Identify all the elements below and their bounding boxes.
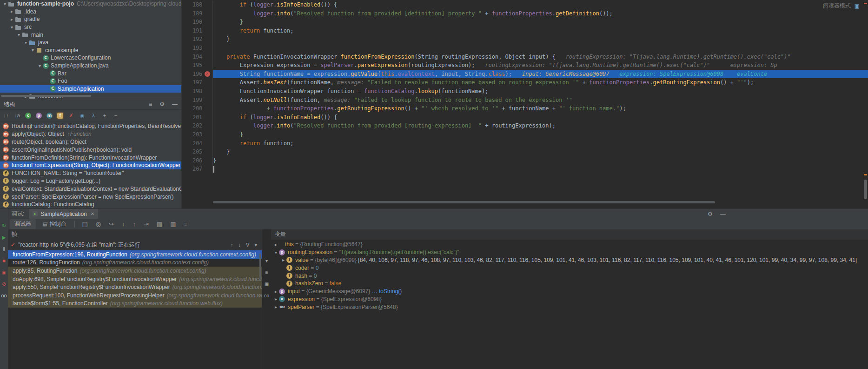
editor-hscrollbar[interactable] xyxy=(213,201,715,203)
code-line-206[interactable]: 206} xyxy=(182,156,868,165)
watch-return-values-icon[interactable]: oo xyxy=(264,293,269,298)
variable-row[interactable]: fhash = 0 xyxy=(271,272,868,280)
structure-item[interactable]: mfunctionFromExpression(String, Object):… xyxy=(0,161,181,169)
view-options-icon[interactable]: ≡ xyxy=(265,270,268,275)
tree-item[interactable]: ▾src xyxy=(0,23,181,31)
code-line-199[interactable]: 199 Assert.notNull(function, message: "F… xyxy=(182,96,868,105)
step-out-icon[interactable]: ↑ xyxy=(129,221,139,228)
variable-row[interactable]: ▸this = {RoutingFunction@5647} xyxy=(271,241,868,248)
code-line-196[interactable]: 196✓ String functionName = expression.ge… xyxy=(182,70,868,79)
structure-item[interactable]: fspelParser: SpelExpressionParser = new … xyxy=(0,193,181,201)
structure-item[interactable]: fFUNCTION_NAME: String = "functionRouter… xyxy=(0,169,181,177)
stack-frame[interactable]: functionFromExpression:196, RoutingFunct… xyxy=(8,250,262,259)
variable-row[interactable]: ▸fvalue = {byte[46]@6099} [84, 40, 106, … xyxy=(271,256,868,264)
show-classes-icon[interactable]: c xyxy=(25,113,31,119)
gutter-201[interactable]: 201 xyxy=(182,113,213,122)
variable-row[interactable]: ▸pinput = {GenericMessage@6097} … toStri… xyxy=(271,288,868,295)
expand-all-icon[interactable]: + xyxy=(101,113,108,118)
tostring-link[interactable]: … toString() xyxy=(372,288,402,295)
show-lambdas-icon[interactable]: λ xyxy=(90,113,97,118)
code-line-193[interactable]: 193 xyxy=(182,44,868,53)
tree-item[interactable]: CFoo xyxy=(0,77,181,85)
tree-chevron[interactable]: ▾ xyxy=(2,1,8,7)
structure-item[interactable]: mfunctionFromDefinition(String): Functio… xyxy=(0,154,181,161)
variable-chevron[interactable]: ▸ xyxy=(280,257,286,262)
tab-debugger[interactable]: 调试器 xyxy=(10,219,36,229)
structure-item[interactable]: mRoutingFunction(FunctionCatalog, Functi… xyxy=(0,122,181,130)
frames-scrollbar[interactable] xyxy=(259,254,261,281)
step-into-icon[interactable]: ↓ xyxy=(119,221,128,228)
hide-icon[interactable]: — xyxy=(720,211,726,217)
editor-error-stripe[interactable] xyxy=(862,0,868,208)
tree-chevron[interactable]: ▾ xyxy=(30,47,36,53)
view-options-icon[interactable]: ≡ xyxy=(149,101,152,107)
gutter-196[interactable]: 196✓ xyxy=(182,70,213,79)
sort-alphabetically-icon[interactable]: ↓a xyxy=(14,113,20,118)
gutter-191[interactable]: 191 xyxy=(182,27,213,35)
code-line-189[interactable]: 189 logger.info("Resolved function from … xyxy=(182,9,868,18)
gutter-200[interactable]: 200 xyxy=(182,104,213,113)
gutter-199[interactable]: 199 xyxy=(182,96,213,105)
tree-item[interactable]: ▸gradle xyxy=(0,15,181,23)
settings-icon[interactable]: ⚙ xyxy=(159,101,165,107)
reader-mode-icon[interactable]: ▣ xyxy=(855,3,860,9)
tree-item[interactable]: ▸.idea xyxy=(0,8,181,16)
gutter-192[interactable]: 192 xyxy=(182,35,213,44)
gutter-189[interactable]: 189 xyxy=(182,9,213,18)
editor-vscrollbar-thumb[interactable] xyxy=(864,180,867,199)
code-line-191[interactable]: 191 return function; xyxy=(182,27,868,35)
threads-icon[interactable]: ≡ xyxy=(180,221,191,228)
code-line-201[interactable]: 201 if (logger.isInfoEnabled()) { xyxy=(182,113,868,122)
show-execution-point-icon[interactable]: ◎ xyxy=(93,221,104,228)
tree-item[interactable]: ▾java xyxy=(0,39,181,47)
tree-chevron[interactable]: ▾ xyxy=(16,32,22,37)
structure-item[interactable]: fevalContext: StandardEvaluationContext … xyxy=(0,185,181,193)
variable-row[interactable]: fhashIsZero = false xyxy=(271,280,868,288)
structure-item[interactable]: ffunctionCatalog: FunctionCatalog xyxy=(0,201,181,208)
show-fields-icon[interactable]: f xyxy=(57,113,63,119)
tree-item[interactable]: ▾com.example xyxy=(0,47,181,54)
gutter-206[interactable]: 206 xyxy=(182,156,213,165)
tab-console[interactable]: ▤ 控制台 xyxy=(38,219,71,229)
debug-session-tab[interactable]: SampleApplication ✕ xyxy=(29,209,98,219)
stack-frame[interactable]: apply:550, SimpleFunctionRegistry$Functi… xyxy=(8,283,262,291)
code-line-202[interactable]: 202 logger.info("Resolved function from … xyxy=(182,121,868,130)
hide-frames-filter-icon[interactable]: ∇ xyxy=(246,242,249,248)
restore-layout-icon[interactable]: ▤ xyxy=(79,221,91,228)
evaluate-expression-icon[interactable]: ▦ xyxy=(153,221,166,228)
show-properties-icon[interactable]: p xyxy=(36,113,42,119)
stack-frame[interactable]: route:126, RoutingFunction(org.springfra… xyxy=(8,259,262,267)
tree-item[interactable]: CSampleApplication xyxy=(0,85,181,93)
tree-item[interactable]: ▾main xyxy=(0,31,181,39)
run-to-cursor-icon[interactable]: ⇥ xyxy=(140,221,152,228)
tree-chevron[interactable]: ▸ xyxy=(9,9,15,14)
gutter-205[interactable]: 205 xyxy=(182,148,213,156)
structure-item[interactable]: mroute(Object, boolean): Object xyxy=(0,138,181,146)
gutter-190[interactable]: 190 xyxy=(182,18,213,27)
stop-icon[interactable]: ■ xyxy=(2,258,6,263)
close-tab-icon[interactable]: ✕ xyxy=(91,211,94,216)
dropdown-icon[interactable]: ▾ xyxy=(254,242,257,248)
structure-item[interactable]: mapply(Object): Object↑Function xyxy=(0,130,181,138)
gutter-204[interactable]: 204 xyxy=(182,139,213,148)
tree-item[interactable]: ▾CSampleApplication.java xyxy=(0,62,181,70)
structure-item[interactable]: flogger: Log = LogFactory.getLog(...) xyxy=(0,177,181,185)
next-frame-icon[interactable]: ↓ xyxy=(239,242,241,248)
project-hscrollbar[interactable] xyxy=(1,95,91,97)
code-line-205[interactable]: 205 } xyxy=(182,148,868,156)
gutter-207[interactable]: 207 xyxy=(182,165,213,174)
view-options-icon[interactable]: ▥ xyxy=(167,221,179,228)
variable-row[interactable]: ▾proutingExpression = "T(java.lang.Runti… xyxy=(271,248,868,256)
show-selected-icon[interactable]: ◉ xyxy=(79,113,86,119)
code-line-194[interactable]: 194 private FunctionInvocationWrapper fu… xyxy=(182,53,868,61)
gutter-198[interactable]: 198 xyxy=(182,87,213,96)
sort-by-visibility-icon[interactable]: ↓↑ xyxy=(3,113,9,118)
collapse-icon[interactable]: ▾ xyxy=(265,258,268,263)
stack-frame[interactable]: apply:85, RoutingFunction(org.springfram… xyxy=(8,267,262,275)
code-line-204[interactable]: 204 return function; xyxy=(182,139,868,148)
code-line-203[interactable]: 203 } xyxy=(182,130,868,139)
prev-frame-icon[interactable]: ↑ xyxy=(231,242,233,248)
variable-chevron[interactable]: ▸ xyxy=(273,242,279,247)
tree-item[interactable]: CBar xyxy=(0,69,181,77)
gutter-194[interactable]: 194 xyxy=(182,53,213,61)
